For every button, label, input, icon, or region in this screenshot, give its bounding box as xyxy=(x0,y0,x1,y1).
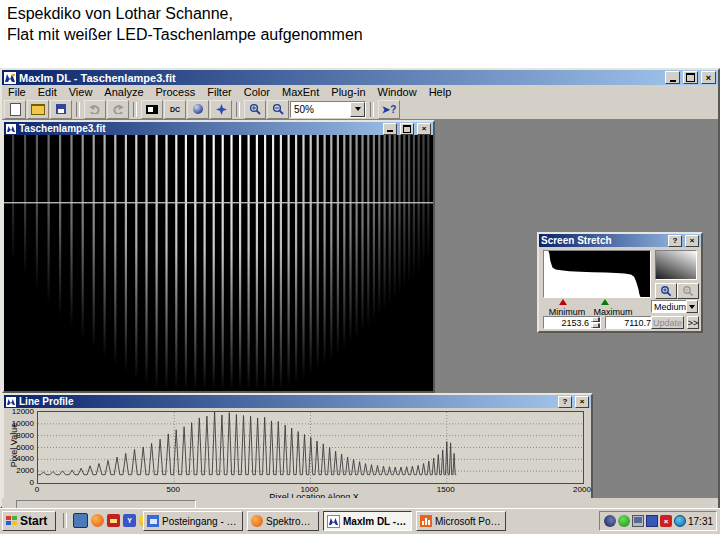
sphere-icon xyxy=(193,104,203,114)
new-file-button[interactable] xyxy=(4,100,26,119)
y-tick-label: 8000 xyxy=(4,431,34,440)
task-spektroskopie[interactable]: Spektroskopie :: Thema ... xyxy=(247,511,319,531)
screen-stretch-titlebar[interactable]: Screen Stretch ? × xyxy=(539,234,701,247)
update-button[interactable]: Update xyxy=(651,316,684,329)
help-pointer-icon: ➤? xyxy=(382,104,397,115)
tray-security-shield-icon[interactable]: × xyxy=(660,515,672,527)
spectral-stripe xyxy=(156,135,158,390)
spectral-stripe xyxy=(317,135,319,370)
task-maxim-dl[interactable]: MaxIm DL - Taschenl... xyxy=(323,511,412,531)
image-minimize-button[interactable] xyxy=(383,123,397,135)
save-button[interactable] xyxy=(50,100,72,119)
image-window-titlebar[interactable]: Taschenlampe3.fit × xyxy=(4,122,433,135)
task-powerpoint[interactable]: Microsoft PowerPoint - [... xyxy=(416,511,506,531)
histogram-shape xyxy=(544,251,640,297)
app-restore-button[interactable] xyxy=(683,71,698,84)
stretch-preview-gradient xyxy=(655,250,697,280)
menu-view[interactable]: View xyxy=(63,86,99,98)
start-button[interactable]: Start xyxy=(2,511,56,531)
spectral-stripe xyxy=(12,135,14,262)
spectral-stripe xyxy=(330,135,332,360)
red-disk-icon[interactable] xyxy=(107,514,120,527)
screen-stretch-help-button[interactable]: ? xyxy=(668,235,682,247)
flat-image[interactable] xyxy=(4,135,433,391)
profile-curve xyxy=(38,412,456,475)
app-titlebar[interactable]: MaxIm DL - Taschenlampe3.fit × xyxy=(2,70,718,85)
spectral-stripe xyxy=(114,135,116,366)
menu-edit[interactable]: Edit xyxy=(32,86,63,98)
open-file-button[interactable] xyxy=(27,100,49,119)
blue-y-app-icon[interactable]: Y xyxy=(123,514,136,527)
menu-maxent[interactable]: MaxEnt xyxy=(276,86,325,98)
menu-filter[interactable]: Filter xyxy=(201,86,237,98)
spectral-stripe xyxy=(413,135,415,278)
line-profile-close-button[interactable]: × xyxy=(575,396,589,408)
expand-button[interactable]: >> xyxy=(687,316,699,329)
open-folder-icon xyxy=(31,104,45,115)
menu-window[interactable]: Window xyxy=(372,86,423,98)
spectral-stripe xyxy=(239,135,241,391)
sphere-button[interactable] xyxy=(187,100,209,119)
flat-field-spectrum-image xyxy=(4,135,433,391)
tray-globe-icon[interactable] xyxy=(674,515,686,527)
task-posteingang[interactable]: Posteingang - Windows ... xyxy=(143,511,243,531)
zoom-level-combo[interactable]: 50% xyxy=(290,101,366,118)
screen-stretch-title: Screen Stretch xyxy=(541,235,665,246)
crosshair-icon xyxy=(216,104,227,115)
maxim-doc-icon xyxy=(6,124,16,134)
menu-process[interactable]: Process xyxy=(150,86,202,98)
image-close-button[interactable]: × xyxy=(417,123,431,135)
menu-analyze[interactable]: Analyze xyxy=(98,86,149,98)
start-label: Start xyxy=(20,514,47,528)
spectral-stripe xyxy=(36,135,38,291)
minimum-marker[interactable] xyxy=(559,299,567,305)
show-desktop-icon[interactable] xyxy=(73,513,88,528)
stretch-mode-dropdown-button[interactable] xyxy=(686,300,698,313)
menu-help[interactable]: Help xyxy=(423,86,458,98)
spectral-stripe xyxy=(59,135,61,317)
minimum-spinner[interactable] xyxy=(591,317,600,328)
redo-icon xyxy=(112,104,124,114)
spectral-stripe xyxy=(230,135,232,391)
maximum-marker[interactable] xyxy=(601,299,609,305)
context-help-button[interactable]: ➤? xyxy=(378,100,400,119)
menu-color[interactable]: Color xyxy=(238,86,276,98)
spectral-stripe xyxy=(135,135,137,380)
menu-file[interactable]: File xyxy=(2,86,32,98)
tray-moon-icon[interactable] xyxy=(604,515,616,527)
system-tray: × 17:31 xyxy=(599,511,717,531)
line-profile-help-button[interactable]: ? xyxy=(558,396,572,408)
tray-blue-square-icon[interactable] xyxy=(646,515,658,527)
zoom-combo-dropdown-button[interactable] xyxy=(350,102,365,117)
x-tick-label: 0 xyxy=(24,485,50,494)
app-minimize-button[interactable] xyxy=(665,71,680,84)
line-profile-titlebar[interactable]: Line Profile ? × xyxy=(4,395,591,408)
crosshair-button[interactable] xyxy=(210,100,232,119)
stretch-zoom-out-button[interactable] xyxy=(677,283,699,299)
new-file-icon xyxy=(10,103,21,116)
image-restore-button[interactable] xyxy=(400,123,414,135)
plot-frame xyxy=(37,411,584,484)
toolbar-separator xyxy=(76,102,80,117)
ddp-button[interactable]: DC xyxy=(164,100,186,119)
stretch-zoom-in-button[interactable] xyxy=(655,283,677,299)
redo-button[interactable] xyxy=(107,100,129,119)
spectral-stripe xyxy=(194,135,196,391)
app-close-button[interactable]: × xyxy=(701,71,716,84)
firefox-icon[interactable] xyxy=(91,514,104,527)
minimum-input[interactable]: 2153.6 xyxy=(543,316,601,329)
tray-green-update-icon[interactable] xyxy=(618,515,630,527)
toolbar-separator xyxy=(370,102,374,117)
screen-stretch-close-button[interactable]: × xyxy=(685,235,699,247)
screen-stretch-button[interactable] xyxy=(141,100,163,119)
menu-plugin[interactable]: Plug-in xyxy=(325,86,371,98)
spectral-stripe xyxy=(422,135,424,266)
mdi-workspace: Taschenlampe3.fit × xyxy=(2,120,718,498)
zoom-out-button[interactable] xyxy=(267,100,289,119)
zoom-in-button[interactable] xyxy=(244,100,266,119)
stretch-mode-combo[interactable]: Medium xyxy=(651,300,699,313)
y-tick-label: 4000 xyxy=(4,454,34,463)
tray-display-icon[interactable] xyxy=(632,515,644,527)
undo-button[interactable] xyxy=(84,100,106,119)
task-label: Posteingang - Windows ... xyxy=(162,516,239,527)
